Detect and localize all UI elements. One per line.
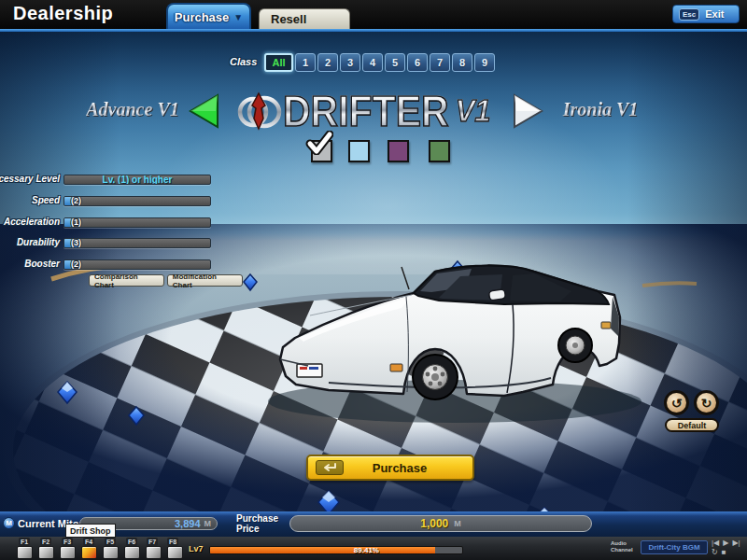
purchase-button[interactable]: Purchase <box>306 455 474 481</box>
bgm-track-display: Drift-City BGM <box>641 540 708 554</box>
car-carousel: Advance V1 DRIFTER V1 Ironia V <box>0 88 747 134</box>
next-car-name: Ironia V1 <box>553 99 648 120</box>
class-label: Class <box>230 56 257 67</box>
acceleration-value: (1) <box>71 217 81 227</box>
fkey-f4: F4 <box>83 538 94 546</box>
tab-resell-label: Resell <box>271 12 306 26</box>
price-currency-icon: M <box>454 519 461 528</box>
durability-label: Durability <box>0 237 60 247</box>
check-icon <box>305 131 333 155</box>
purchase-price-label: PurchasePrice <box>236 513 278 534</box>
loop-icon[interactable]: ↻ <box>712 548 718 556</box>
purchase-price-bar: 1,000 M <box>289 515 592 532</box>
color-swatch-purple[interactable] <box>388 140 409 162</box>
comparison-chart-button[interactable]: Comparison Chart <box>89 274 164 287</box>
next-track-icon[interactable]: ▶| <box>732 539 740 547</box>
current-car-name: DRIFTER <box>283 87 449 136</box>
exit-label: Exit <box>705 8 724 20</box>
current-mito-value: 3,894 <box>175 518 201 529</box>
class-button-7[interactable]: 7 <box>430 53 450 72</box>
page-title: Dealership <box>13 3 113 24</box>
stop-icon[interactable]: ■ <box>722 548 726 556</box>
speed-label: Speed <box>0 195 60 205</box>
tab-purchase-label: Purchase <box>175 10 230 24</box>
drift-shop-tooltip: Drift Shop <box>65 524 116 538</box>
chevron-down-icon: ▼ <box>233 12 243 22</box>
color-swatch-green[interactable] <box>429 140 450 162</box>
showroom: Class All 1 2 3 4 5 6 7 8 9 Advance V1 <box>0 32 747 511</box>
exit-button[interactable]: Esc Exit <box>672 5 740 23</box>
level-progress-bar: 89.41% <box>209 546 463 554</box>
class-button-all[interactable]: All <box>264 53 293 72</box>
brand-logo-icon <box>233 91 287 132</box>
rotate-left-button[interactable]: ↺ <box>664 390 689 415</box>
level-label: Lv7 <box>189 544 204 553</box>
color-swatches <box>0 138 747 170</box>
rotate-right-button[interactable]: ↻ <box>694 390 719 415</box>
class-button-5[interactable]: 5 <box>385 53 405 72</box>
car-image <box>255 236 647 441</box>
level-progress-fill <box>210 547 435 553</box>
dock-icon-7[interactable] <box>146 546 162 559</box>
class-button-1[interactable]: 1 <box>295 53 316 72</box>
media-controls: |◀ ▶ ▶| ↻ ■ <box>712 539 745 556</box>
booster-label: Booster <box>0 259 60 269</box>
fkey-f8: F8 <box>167 538 178 546</box>
fkey-f7: F7 <box>147 538 158 546</box>
tab-purchase[interactable]: Purchase ▼ <box>166 3 251 29</box>
prev-car-name: Advance V1 <box>86 99 179 120</box>
current-car-version: V1 <box>456 92 491 130</box>
acceleration-label: Acceleration <box>0 217 60 227</box>
mito-coin-icon: M <box>3 517 15 529</box>
class-button-8[interactable]: 8 <box>452 53 472 72</box>
prev-car-arrow[interactable] <box>188 93 219 129</box>
booster-bar: (2) <box>63 259 211 270</box>
level-percent: 89.41% <box>354 546 379 554</box>
durability-value: (3) <box>71 238 81 247</box>
color-swatch-silver[interactable] <box>311 140 332 162</box>
dock-icon-2[interactable] <box>38 546 54 559</box>
booster-value: (2) <box>71 259 81 269</box>
class-button-2[interactable]: 2 <box>317 53 338 72</box>
enter-key-icon <box>316 460 344 475</box>
mito-currency-icon: M <box>204 519 212 528</box>
class-options: All 1 2 3 4 5 6 7 8 9 <box>264 53 495 72</box>
acceleration-bar: (1) <box>63 217 211 228</box>
necessary-level-value: Lv. (1) or higher <box>64 175 210 185</box>
class-button-9[interactable]: 9 <box>474 53 495 72</box>
fkey-f2: F2 <box>40 538 51 546</box>
speed-value: (2) <box>71 196 81 205</box>
dock-icon-8[interactable] <box>167 546 183 559</box>
tab-resell[interactable]: Resell <box>259 8 350 29</box>
taskbar: F1 F2 F3 F4 F5 F6 F7 F8 Lv7 89.41% Audio… <box>0 537 747 560</box>
purchase-button-label: Purchase <box>344 461 456 475</box>
class-button-6[interactable]: 6 <box>407 53 428 72</box>
class-button-4[interactable]: 4 <box>362 53 383 72</box>
dock-icon-6[interactable] <box>124 546 140 559</box>
necessary-level-bar: Lv. (1) or higher <box>63 175 211 185</box>
top-bar: Dealership Purchase ▼ Resell Esc Exit <box>0 0 747 29</box>
fkey-f3: F3 <box>62 538 73 546</box>
dock-icon-drift-shop[interactable] <box>81 546 97 559</box>
dock-icon-5[interactable] <box>103 546 119 559</box>
default-view-button[interactable]: Default <box>665 418 719 432</box>
prev-track-icon[interactable]: |◀ <box>712 539 719 547</box>
dock-icon-3[interactable] <box>60 546 76 559</box>
fkey-f6: F6 <box>126 538 137 546</box>
necessary-level-label: Necessary Level <box>0 174 60 184</box>
header-divider <box>0 29 747 32</box>
dock-icon-1[interactable] <box>17 546 33 559</box>
current-car-title: DRIFTER V1 <box>283 88 507 134</box>
audio-channel-label: AudioChannel <box>611 540 633 553</box>
class-button-3[interactable]: 3 <box>340 53 360 72</box>
next-car-arrow[interactable] <box>513 93 544 129</box>
fkey-f1: F1 <box>19 538 30 546</box>
esc-key-badge: Esc <box>679 8 699 21</box>
color-swatch-light-blue[interactable] <box>348 140 370 162</box>
class-selector: Class All 1 2 3 4 5 6 7 8 9 <box>0 53 747 74</box>
play-icon[interactable]: ▶ <box>723 539 728 547</box>
fkey-f5: F5 <box>105 538 116 546</box>
dealership-screen: Dealership Purchase ▼ Resell Esc Exit <box>0 0 747 560</box>
durability-bar: (3) <box>63 238 211 248</box>
modification-chart-button[interactable]: Modification Chart <box>167 274 243 287</box>
